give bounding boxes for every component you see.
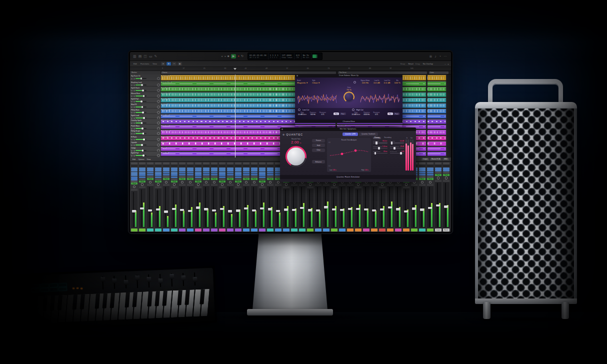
- fader-cap[interactable]: [148, 210, 152, 212]
- output-slot[interactable]: [163, 176, 170, 178]
- fader-control[interactable]: [146, 274, 152, 288]
- filter-param[interactable]: Frequency500 Hz: [310, 112, 316, 116]
- filter-mode-fast[interactable]: Fast: [340, 112, 346, 115]
- forward-button[interactable]: »: [224, 54, 226, 58]
- track-volume-slider[interactable]: [136, 150, 146, 151]
- lcd-section-3[interactable]: 4/4/16: [294, 53, 302, 60]
- track-header[interactable]: String Scape: [130, 130, 161, 136]
- audio-fx-slot[interactable]: [163, 168, 170, 170]
- channel-eq-thumbnail[interactable]: [219, 164, 226, 167]
- filter-param[interactable]: Frequency4000 Hz: [364, 112, 370, 116]
- track-header[interactable]: Synth Pad: [130, 152, 161, 156]
- solo-button[interactable]: [134, 139, 135, 140]
- fader-cap[interactable]: [380, 208, 384, 211]
- channel-io-slot[interactable]: [235, 162, 242, 164]
- arrange-region[interactable]: [428, 92, 446, 97]
- arrange-region[interactable]: [428, 109, 446, 114]
- audio-fx-slot[interactable]: [147, 170, 154, 172]
- audio-fx-slot[interactable]: [211, 168, 218, 170]
- channel-fader[interactable]: [155, 188, 162, 228]
- audio-fx-slot[interactable]: [179, 170, 186, 172]
- pan-knob[interactable]: [197, 183, 200, 186]
- output-slot[interactable]: [251, 176, 258, 178]
- send-slot[interactable]: [251, 174, 258, 176]
- slider-thumb[interactable]: [374, 152, 376, 155]
- audio-fx-slot[interactable]: [435, 168, 442, 170]
- channel-fader[interactable]: [371, 186, 378, 228]
- chroma-param[interactable]: Bypass Below120 Hz: [361, 80, 370, 84]
- output-slot[interactable]: [227, 176, 234, 178]
- chroma-param[interactable]: Level In0.0 dB: [374, 80, 380, 84]
- send-slot[interactable]: [179, 174, 186, 176]
- pan-knob[interactable]: [357, 183, 360, 186]
- fader-cap[interactable]: [356, 208, 360, 210]
- audio-fx-slot[interactable]: [427, 170, 434, 172]
- channel-eq-thumbnail[interactable]: [267, 164, 274, 167]
- audio-fx-slot[interactable]: [171, 168, 178, 170]
- channel-eq-thumbnail[interactable]: [131, 164, 138, 167]
- channel-fader[interactable]: [427, 186, 434, 228]
- channel-fader[interactable]: [299, 186, 306, 228]
- fader-cap[interactable]: [112, 278, 116, 284]
- channel-fader[interactable]: [347, 186, 354, 228]
- track-volume-slider[interactable]: [136, 128, 146, 129]
- volume-handle[interactable]: [142, 154, 144, 156]
- analyzer-curve[interactable]: [328, 142, 370, 165]
- track-header[interactable]: Synth Pad: [130, 98, 161, 103]
- mixer-channel-strip[interactable]: Read: [258, 162, 266, 232]
- channel-fader[interactable]: [307, 188, 314, 228]
- send-slot[interactable]: [227, 174, 234, 176]
- note-pads-icon[interactable]: ♪: [434, 54, 436, 58]
- lcd-section-1[interactable]: 1 1 3 13 1 3 1: [268, 53, 280, 60]
- audio-fx-slot[interactable]: [155, 172, 162, 174]
- mixer-channel-strip[interactable]: Read: [210, 162, 218, 232]
- menu-functions[interactable]: Functions: [140, 62, 149, 65]
- audio-fx-slot[interactable]: [427, 168, 434, 170]
- output-slot[interactable]: [147, 176, 154, 178]
- view-tab-secondary[interactable]: Secondary: [382, 137, 392, 140]
- mixer-channel-strip[interactable]: Read: [130, 162, 138, 232]
- audio-fx-slot[interactable]: [419, 170, 426, 172]
- track-header[interactable]: Filtery Bass: [130, 108, 161, 114]
- send-slot[interactable]: [187, 174, 194, 176]
- audio-fx-slot[interactable]: [179, 168, 186, 170]
- send-slot[interactable]: [155, 174, 162, 176]
- mixer-channel-strip[interactable]: Read: [154, 162, 162, 232]
- pan-knob[interactable]: [405, 183, 408, 186]
- track-header[interactable]: Synth Stack: [130, 86, 161, 92]
- channel-io-slot[interactable]: [195, 162, 202, 164]
- pan-knob[interactable]: [221, 183, 224, 186]
- automation-mode-button[interactable]: Read: [219, 180, 226, 182]
- channel-io-slot[interactable]: [219, 162, 226, 164]
- automation-mode-button[interactable]: Read: [131, 182, 138, 184]
- audio-fx-slot[interactable]: [443, 168, 450, 170]
- send-slot[interactable]: [427, 172, 434, 174]
- audio-fx-slot[interactable]: [251, 168, 258, 170]
- channel-eq-thumbnail[interactable]: [443, 164, 450, 167]
- send-slot[interactable]: [219, 176, 226, 178]
- drum-pad[interactable]: [58, 287, 67, 292]
- fader-cap[interactable]: [196, 206, 200, 209]
- audio-fx-slot[interactable]: [171, 170, 178, 172]
- channel-fader[interactable]: [187, 186, 194, 228]
- play-button[interactable]: ▶: [231, 54, 236, 58]
- mute-button[interactable]: [131, 78, 132, 80]
- fader-cap[interactable]: [181, 276, 186, 280]
- automation-mode-button[interactable]: Read: [187, 178, 194, 180]
- track-header[interactable]: Big Room Kit: [130, 74, 161, 81]
- fader-cap[interactable]: [212, 210, 216, 212]
- track-header[interactable]: Synth Lead: [130, 114, 161, 119]
- send-slot[interactable]: [419, 172, 426, 174]
- slider-thumb[interactable]: [400, 152, 402, 155]
- filter-param[interactable]: Resonance0.71: [320, 112, 326, 116]
- fader-cap[interactable]: [192, 277, 197, 282]
- model-tab-2[interactable]: Quantec Yardstick: [359, 132, 378, 136]
- param-slider[interactable]: [390, 153, 404, 154]
- filter-power-icon[interactable]: [298, 108, 300, 111]
- lcd-display[interactable]: 01:01:32:01.3849 3 4 931 1 3 13 1 3 1127…: [248, 52, 322, 60]
- library-icon[interactable]: ▥: [133, 54, 136, 58]
- output-slot[interactable]: [139, 178, 146, 180]
- fader-cap[interactable]: [308, 209, 312, 212]
- channel-io-slot[interactable]: [203, 162, 210, 164]
- fader-cap[interactable]: [140, 208, 144, 210]
